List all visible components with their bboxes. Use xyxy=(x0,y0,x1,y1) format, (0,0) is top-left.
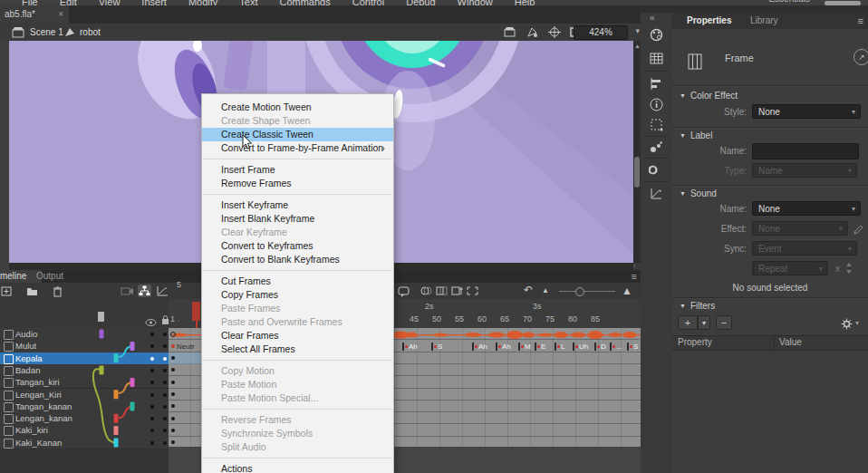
new-layer-icon[interactable] xyxy=(0,285,14,297)
delete-layer-icon[interactable] xyxy=(51,285,64,297)
layer-visibility-dot[interactable] xyxy=(150,357,154,361)
add-filter-chevron[interactable]: ▾ xyxy=(698,315,710,330)
layer-lock-dot[interactable] xyxy=(163,333,167,336)
layer-lock-dot[interactable] xyxy=(163,441,167,445)
layer-visibility-dot[interactable] xyxy=(150,381,154,384)
layer-row-tangan-kiri[interactable]: Tangan_kiri xyxy=(0,376,169,389)
section-sound[interactable]: ▼Sound xyxy=(680,188,717,198)
menu-insert[interactable]: Insert xyxy=(130,0,178,5)
tab-properties[interactable]: Properties xyxy=(678,13,740,29)
breadcrumb-symbol[interactable]: robot xyxy=(80,27,101,37)
history-chart-panel-icon[interactable] xyxy=(649,186,664,201)
menu-item-select-all-frames[interactable]: Select All Frames xyxy=(202,343,393,356)
playhead[interactable] xyxy=(192,302,200,321)
sound-name-select[interactable]: None▾ xyxy=(752,201,861,216)
brush-library-panel-icon[interactable] xyxy=(649,140,664,155)
zoom-out-timeline-icon[interactable]: ▲ xyxy=(542,285,555,297)
menu-item-insert-keyframe[interactable]: Insert Keyframe xyxy=(202,198,393,212)
label-name-input[interactable] xyxy=(752,143,859,159)
layer-lock-dot[interactable] xyxy=(163,393,167,397)
menu-item-remove-frames[interactable]: Remove Frames xyxy=(202,177,393,190)
layer-row-audio[interactable]: Audio xyxy=(0,328,169,341)
layer-row-tangan-kanan[interactable]: Tangan_kanan xyxy=(0,401,169,413)
layer-lock-dot[interactable] xyxy=(163,417,167,420)
color-panel-icon[interactable] xyxy=(649,27,664,43)
remove-filter-button[interactable]: − xyxy=(716,315,732,330)
vertical-scroll-thumb[interactable] xyxy=(634,157,640,188)
layer-visibility-dot[interactable] xyxy=(150,441,154,445)
layer-visibility-dot[interactable] xyxy=(150,393,154,397)
camera-icon[interactable] xyxy=(121,285,134,297)
menu-commands[interactable]: Commands xyxy=(268,0,341,5)
menu-view[interactable]: View xyxy=(88,0,131,5)
menu-item-insert-blank-keyframe[interactable]: Insert Blank Keyframe xyxy=(202,212,393,226)
menu-help[interactable]: Help xyxy=(504,0,546,5)
menu-text[interactable]: Text xyxy=(228,0,268,5)
zoom-level-select[interactable]: 424% xyxy=(574,25,628,40)
center-frame-icon[interactable] xyxy=(548,26,561,38)
menu-control[interactable]: Control xyxy=(342,0,395,5)
layer-row-mulut[interactable]: Mulut xyxy=(0,340,169,352)
timeline-zoom-knob[interactable] xyxy=(575,287,584,296)
align-panel-icon[interactable] xyxy=(649,76,664,92)
menu-item-actions[interactable]: Actions xyxy=(202,462,393,473)
repeat-stepper[interactable] xyxy=(844,262,854,278)
layer-visibility-dot[interactable] xyxy=(150,369,154,372)
layer-row-kaki-kiri[interactable]: Kaki_kiri xyxy=(0,424,169,437)
layer-lock-dot[interactable] xyxy=(163,344,167,348)
menu-item-insert-frame[interactable]: Insert Frame xyxy=(202,163,393,177)
layer-row-lengan-kanan[interactable]: Lengan_kanan xyxy=(0,412,169,425)
layer-row-kaki-kanan[interactable]: Kaki_Kanan xyxy=(0,437,169,449)
menu-modify[interactable]: Modify xyxy=(178,0,228,5)
search-box[interactable] xyxy=(825,1,861,5)
info-panel-icon[interactable] xyxy=(649,97,664,112)
layer-visibility-dot[interactable] xyxy=(150,405,154,409)
modify-markers-icon[interactable] xyxy=(466,285,479,297)
timeline-zoom-slider[interactable] xyxy=(559,291,615,292)
onion-skin-outline-icon[interactable] xyxy=(435,285,448,297)
menu-item-create-motion-tween[interactable]: Create Motion Tween xyxy=(202,101,393,114)
layer-lock-dot[interactable] xyxy=(163,381,167,384)
layer-lock-dot[interactable] xyxy=(163,429,167,432)
layer-row-kepala[interactable]: Kepala xyxy=(0,352,169,365)
layer-visibility-dot[interactable] xyxy=(150,344,154,348)
filter-options-gear-icon[interactable] xyxy=(841,317,853,333)
zoom-chevron-icon[interactable]: ▾ xyxy=(635,26,640,35)
layer-row-lengan-kiri[interactable]: Lengan_Kiri xyxy=(0,389,169,401)
edit-scene-icon[interactable] xyxy=(504,26,516,38)
layer-visibility-dot[interactable] xyxy=(150,417,154,420)
layer-lock-dot[interactable] xyxy=(163,357,167,361)
edit-multiple-frames-icon[interactable] xyxy=(450,285,464,297)
transform-panel-icon[interactable] xyxy=(649,117,664,132)
menu-item-convert-to-keyframes[interactable]: Convert to Keyframes xyxy=(202,239,393,253)
menu-debug[interactable]: Debug xyxy=(395,0,446,5)
menu-file[interactable]: File xyxy=(11,0,49,5)
gear-chevron-icon[interactable]: ▾ xyxy=(855,319,859,327)
section-label[interactable]: ▼Label xyxy=(680,130,712,140)
layer-parenting-view-icon[interactable] xyxy=(138,285,151,297)
cc-libraries-panel-icon[interactable] xyxy=(649,162,664,178)
section-filters[interactable]: ▼Filters xyxy=(680,301,715,311)
tab-library[interactable]: Library xyxy=(741,13,787,29)
edit-sound-pencil-icon[interactable] xyxy=(853,223,863,239)
menu-item-convert-to-blank-keyframes[interactable]: Convert to Blank Keyframes xyxy=(202,253,393,266)
section-color-effect[interactable]: ▼Color Effect xyxy=(680,91,738,101)
layer-lock-dot[interactable] xyxy=(163,405,167,409)
loop-icon[interactable] xyxy=(397,285,410,297)
document-tab[interactable]: ab5.fla* × xyxy=(0,5,69,24)
scroll-up-icon[interactable]: ▲ xyxy=(634,43,641,49)
swatches-panel-icon[interactable] xyxy=(649,51,664,66)
menu-item-clear-frames[interactable]: Clear Frames xyxy=(202,329,393,343)
graph-editor-icon[interactable] xyxy=(156,285,169,297)
tab-output[interactable]: Output xyxy=(29,270,71,283)
menu-item-copy-frames[interactable]: Copy Frames xyxy=(202,288,393,302)
layer-lock-dot[interactable] xyxy=(163,369,167,372)
collapse-dock-icon[interactable]: « xyxy=(650,13,655,23)
zoom-in-timeline-icon[interactable]: ▲ xyxy=(622,285,635,297)
menu-item-cut-frames[interactable]: Cut Frames xyxy=(202,275,393,288)
timeline-panel-menu-icon[interactable]: ≡ xyxy=(632,271,637,282)
style-select[interactable]: None▾ xyxy=(752,104,861,119)
breadcrumb-scene[interactable]: Scene 1 xyxy=(30,27,63,37)
help-icon[interactable]: ↗ xyxy=(854,49,868,65)
properties-panel-menu-icon[interactable]: ≡ xyxy=(858,15,863,26)
